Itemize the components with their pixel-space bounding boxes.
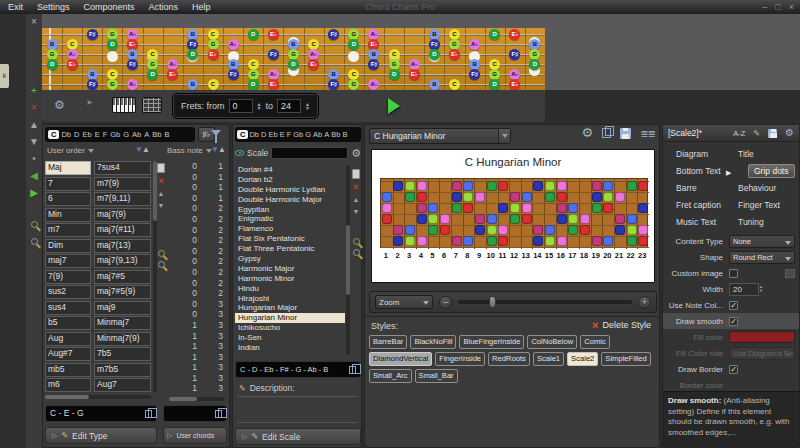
fretboard[interactable]: F♯GA♭BCDE♭F♯GA♭BCDE♭BCDE♭F♯GA♭BCDE♭F♯GA♭… [42, 28, 545, 90]
note-dot-f[interactable]: F♯ [509, 49, 520, 60]
scale-item-in-sen[interactable]: In-Sen [235, 333, 345, 343]
note-dot-g[interactable]: G [147, 59, 158, 70]
note-dot-e[interactable]: E♭ [308, 59, 319, 70]
note-dot-b[interactable]: B [187, 79, 198, 90]
grip-dot-a[interactable] [440, 214, 450, 224]
note-dot-d[interactable]: D [489, 79, 500, 90]
note-dot-e[interactable]: E♭ [268, 29, 279, 40]
chord-type-aug7[interactable]: Aug7 [94, 378, 151, 392]
delete-scale-icon[interactable]: × [353, 183, 358, 192]
props-nav-grip-dots[interactable]: ▶Grip dots [725, 166, 799, 176]
note-dot-e[interactable]: E♭ [67, 59, 78, 70]
chord-type-mb5[interactable]: mb5 [45, 363, 91, 377]
grip-dot-c[interactable] [405, 225, 415, 235]
note-dot-g[interactable]: G [208, 39, 219, 50]
dock-tab[interactable]: k [0, 64, 9, 88]
props-nav-behaviour[interactable]: Behaviour [725, 183, 799, 193]
grip-dot-d[interactable] [627, 236, 637, 246]
note-c[interactable]: C [48, 130, 59, 139]
chord-type-m7-9[interactable]: m7(9) [94, 177, 151, 191]
chord-type-m7-9-11[interactable]: m7(9,11) [94, 192, 151, 206]
grip-dot-f[interactable] [592, 192, 602, 202]
restore-button[interactable]: □ [775, 0, 780, 14]
note-dot-b[interactable]: B [328, 69, 339, 80]
copy-icon[interactable] [145, 410, 152, 418]
grip-dot-b[interactable] [393, 225, 403, 235]
grip-dot-f[interactable] [452, 192, 462, 202]
note-dot-b[interactable]: B [187, 29, 198, 40]
grip-dot-g[interactable] [510, 203, 520, 213]
note-dot-e[interactable]: E♭ [409, 69, 420, 80]
grip-dot-g[interactable] [545, 236, 555, 246]
grip-dot-f[interactable] [638, 203, 648, 213]
style-blacknofill[interactable]: BlackNoFill [410, 335, 456, 349]
chord-type-7b5[interactable]: 7b5 [94, 347, 151, 361]
chord-zoom-out-icon[interactable] [158, 261, 165, 268]
note-dot-d[interactable]: D [288, 59, 299, 70]
note-dot-b[interactable]: B [288, 39, 299, 50]
note-ab[interactable]: Ab [312, 130, 323, 139]
fill-color-swatch[interactable] [729, 331, 795, 343]
chord-type-maj7-13[interactable]: maj7(13) [94, 239, 151, 253]
note-dot-f[interactable]: F♯ [328, 79, 339, 90]
note-e[interactable]: E [279, 130, 286, 139]
grip-dot-f[interactable] [475, 225, 485, 235]
scale-item-dorian-4[interactable]: Dorian #4 [235, 165, 345, 175]
grip-dot-b[interactable] [615, 214, 625, 224]
note-dot-a[interactable]: A♭ [308, 49, 319, 60]
note-dot-b[interactable]: B [529, 39, 540, 50]
note-dot-a[interactable]: A♭ [67, 49, 78, 60]
scale-item-harmonic-major[interactable]: Harmonic Major [235, 264, 345, 274]
chord-type-sus4[interactable]: sus4 [45, 301, 91, 315]
scale-item-flat-six-pentatonic[interactable]: Flat Six Pentatonic [235, 234, 345, 244]
copy-icon[interactable] [349, 366, 356, 374]
note-dot-c[interactable]: C [147, 49, 158, 60]
props-nav-music-text[interactable]: Music Text [663, 217, 725, 227]
chord-type-maj7-5[interactable]: maj7#5 [94, 270, 151, 284]
grip-dot-d[interactable] [545, 192, 555, 202]
note-dot-e[interactable]: E♭ [167, 69, 178, 80]
dot-icon[interactable]: • [26, 151, 42, 168]
note-f[interactable]: F [102, 130, 109, 139]
chord-type-aug[interactable]: Aug [45, 332, 91, 346]
bass-sort-updown-icon[interactable]: ▼▲ [211, 145, 225, 154]
note-dot-d[interactable]: D [429, 49, 440, 60]
grip-dot-g[interactable] [487, 225, 497, 235]
grip-dot-c[interactable] [463, 181, 473, 191]
note-dot-e[interactable]: E♭ [127, 39, 138, 50]
props-nav-bottom-text[interactable]: Bottom Text [663, 166, 725, 176]
note-dot-d[interactable]: D [187, 49, 198, 60]
note-db[interactable]: Db [248, 130, 260, 139]
chord-list-hscrollbar[interactable] [45, 395, 151, 399]
chord-up-icon[interactable]: ▲ [158, 190, 165, 198]
delete-chord-icon[interactable]: × [158, 177, 163, 186]
gear-icon[interactable]: ⚙ [785, 127, 794, 139]
note-dot-g[interactable]: G [107, 29, 118, 40]
scale-up-icon[interactable]: ▲ [353, 196, 360, 204]
note-dot-f[interactable]: F♯ [429, 39, 440, 50]
note-dot-a[interactable]: A♭ [409, 59, 420, 70]
grip-dot-b[interactable] [557, 203, 567, 213]
grip-dot-d[interactable] [487, 236, 497, 246]
gear-icon[interactable]: ⚙ [351, 147, 361, 159]
menu-item-actions[interactable]: Actions [149, 2, 179, 12]
note-dot-b[interactable]: B [429, 79, 440, 90]
props-nav-barre[interactable]: Barre [663, 183, 725, 193]
grip-dot-f[interactable] [533, 181, 543, 191]
menu-item-exit[interactable]: Exit [8, 2, 23, 12]
grip-dot-c[interactable] [568, 203, 578, 213]
move-up-icon[interactable]: ▲ [26, 117, 42, 134]
note-dot-c[interactable]: C [449, 29, 460, 40]
note-b[interactable]: B [163, 130, 170, 139]
bass-scrollbar[interactable] [169, 397, 225, 401]
note-dot-a[interactable]: A♭ [368, 29, 379, 40]
list-view-icon[interactable]: ≣≣ [640, 128, 655, 139]
scale-down-icon[interactable]: ▼ [353, 208, 360, 216]
note-dot-f[interactable]: F♯ [87, 79, 98, 90]
chord-type-maj7-5-9[interactable]: maj7#5(9) [94, 285, 151, 299]
piano-view-icon[interactable] [112, 97, 136, 113]
grip-dot-d[interactable] [627, 181, 637, 191]
chord-type-dim[interactable]: Dim [45, 239, 91, 253]
scale-item-hirajoshi[interactable]: Hirajoshi [235, 294, 345, 304]
note-dot-a[interactable]: A♭ [368, 79, 379, 90]
